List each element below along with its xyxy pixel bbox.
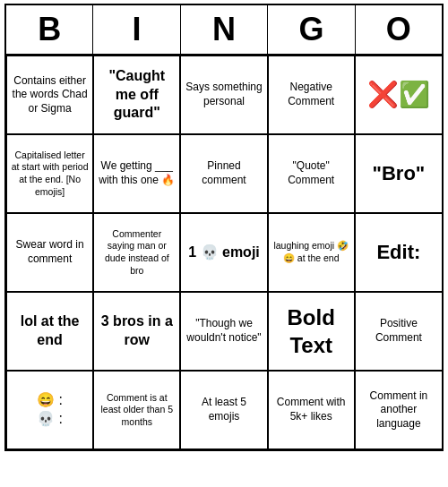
cell-n3: 1 💀 emoji: [180, 213, 267, 292]
bingo-letter-b: B: [6, 5, 93, 56]
cell-n2: Pinned comment: [180, 134, 267, 213]
cell-o3: Edit:: [355, 213, 442, 292]
bingo-letter-n: N: [181, 5, 268, 56]
cell-b1: Contains either the words Chad or Sigma: [6, 56, 93, 134]
cell-o2: "Bro": [355, 134, 442, 213]
cell-n4: "Though we wouldn't notice": [180, 292, 267, 371]
cell-n5: At least 5 emojis: [180, 371, 267, 449]
cell-g1: Negative Comment: [268, 56, 355, 134]
bingo-letter-i: I: [93, 5, 180, 56]
cell-i2: We getting ___ with this one 🔥: [93, 134, 180, 213]
cell-b2: Capitalised letter at start with period …: [6, 134, 93, 213]
bingo-card: BINGO Contains either the words Chad or …: [4, 4, 444, 451]
cell-i3: Commenter saying man or dude instead of …: [93, 213, 180, 292]
cell-b4: lol at the end: [6, 292, 93, 371]
cell-i4: 3 bros in a row: [93, 292, 180, 371]
bingo-letter-g: G: [268, 5, 355, 56]
cell-i5: Comment is at least older than 5 months: [93, 371, 180, 449]
cell-o1: ❌✅: [355, 56, 442, 134]
cell-g4: Bold Text: [268, 292, 355, 371]
bingo-grid: Contains either the words Chad or Sigma"…: [6, 56, 442, 449]
bingo-letter-o: O: [356, 5, 442, 56]
bingo-header: BINGO: [6, 5, 442, 56]
cell-g3: laughing emoji 🤣😄 at the end: [268, 213, 355, 292]
cell-n1: Says something personal: [180, 56, 267, 134]
cell-b5: 😄 :💀 :: [6, 371, 93, 449]
cell-g5: Comment with 5k+ likes: [268, 371, 355, 449]
cell-o5: Comment in another language: [355, 371, 442, 449]
cell-i1: "Caught me off guard": [93, 56, 180, 134]
cell-g2: "Quote" Comment: [268, 134, 355, 213]
cell-b3: Swear word in comment: [6, 213, 93, 292]
cell-o4: Positive Comment: [355, 292, 442, 371]
